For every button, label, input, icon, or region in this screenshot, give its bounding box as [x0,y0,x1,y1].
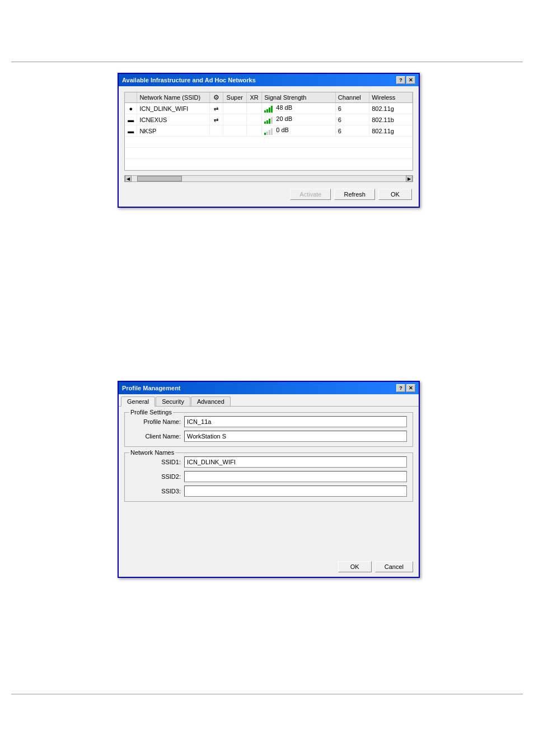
network-table-container: Network Name (SSID) ⚙ Super XR Signal St… [124,92,413,171]
row3-lock [209,125,223,137]
table-row-empty [125,148,413,159]
ssid1-row: SSID1: [130,456,407,468]
table-row-empty [125,159,413,170]
profile-form: Profile Settings Profile Name: Client Na… [119,407,419,558]
row1-super [223,103,246,114]
signal-bar-icon [264,127,273,135]
network-names-legend: Network Names [129,449,175,456]
hr-bottom [11,694,523,694]
th-lock: ⚙ [209,92,223,103]
refresh-button[interactable]: Refresh [334,189,375,200]
profile-close-button[interactable]: ✕ [406,384,415,392]
row1-ssid: ICN_DLINK_WIFI [137,103,209,114]
row2-xr [246,114,261,125]
row3-icon: ▬ [125,125,137,137]
profile-name-row: Profile Name: [130,416,407,427]
row2-lock: ⇄ [209,114,223,125]
th-signal: Signal Strength [262,92,336,103]
ssid1-input[interactable] [184,456,407,468]
laptop-icon: ▬ [128,116,134,123]
dialog-networks-titlebar: Available Infrastructure and Ad Hoc Netw… [119,74,419,86]
ssid3-label: SSID3: [130,488,181,494]
dialog-networks-title: Available Infrastructure and Ad Hoc Netw… [122,77,256,83]
row2-ssid: ICNEXUS [137,114,209,125]
tab-security[interactable]: Security [156,396,190,406]
row2-wireless: 802.11b [369,114,413,125]
profile-help-button[interactable]: ? [396,384,405,392]
ssid1-label: SSID1: [130,459,181,465]
row2-icon: ▬ [125,114,137,125]
table-header-row: Network Name (SSID) ⚙ Super XR Signal St… [125,92,413,103]
dialog-networks-body: Network Name (SSID) ⚙ Super XR Signal St… [119,86,419,207]
row3-channel: 6 [335,125,369,137]
scrollbar-right-arrow[interactable]: ▶ [406,175,413,182]
row2-channel: 6 [335,114,369,125]
row3-signal: 0 dB [262,125,336,137]
row2-super [223,114,246,125]
row1-icon: ● [125,103,137,114]
dialog-profile: Profile Management ? ✕ General Security … [118,381,420,578]
th-icon [125,92,137,103]
tabs-bar: General Security Advanced [119,394,419,407]
network-table: Network Name (SSID) ⚙ Super XR Signal St… [125,92,413,170]
scrollbar-thumb[interactable] [137,176,182,181]
signal-bar-icon [264,105,273,113]
table-body: ● ICN_DLINK_WIFI ⇄ [125,103,413,170]
wireless-icon: ● [129,105,133,112]
network-names-fieldset: Network Names SSID1: SSID2: SSID3: [124,452,413,502]
ssid2-label: SSID2: [130,473,181,480]
help-button[interactable]: ? [396,76,405,84]
profile-settings-fieldset: Profile Settings Profile Name: Client Na… [124,412,413,447]
dialog-profile-title: Profile Management [122,385,181,391]
table-row[interactable]: ● ICN_DLINK_WIFI ⇄ [125,103,413,114]
connection-icon: ⇄ [214,117,218,123]
row2-signal: 20 dB [262,114,336,125]
row1-signal: 48 dB [262,103,336,114]
profile-settings-legend: Profile Settings [129,409,173,416]
profile-name-label: Profile Name: [130,418,181,425]
dialog-networks: Available Infrastructure and Ad Hoc Netw… [118,73,420,208]
tab-advanced[interactable]: Advanced [191,396,231,406]
th-wireless: Wireless [369,92,413,103]
dialog1-buttons: Activate Refresh OK [124,186,413,201]
horizontal-scrollbar[interactable]: ◀ ▶ [124,175,413,182]
row3-xr [246,125,261,137]
ssid2-input[interactable] [184,471,407,482]
client-name-label: Client Name: [130,433,181,440]
table-row[interactable]: ▬ NKSP [125,125,413,137]
profile-titlebar-controls: ? ✕ [396,384,415,392]
form-spacer [124,507,413,552]
row1-lock: ⇄ [209,103,223,114]
activate-button[interactable]: Activate [290,189,331,200]
table-row[interactable]: ▬ ICNEXUS ⇄ [125,114,413,125]
client-name-input[interactable] [184,431,407,442]
page-wrapper: Available Infrastructure and Ad Hoc Netw… [0,0,534,756]
ssid2-row: SSID2: [130,471,407,482]
close-button[interactable]: ✕ [406,76,415,84]
row1-wireless: 802.11g [369,103,413,114]
connection-icon: ⇄ [214,106,218,112]
gear-icon: ⚙ [213,94,219,101]
profile-ok-button[interactable]: OK [338,561,372,572]
ok-button[interactable]: OK [378,189,412,200]
th-xr: XR [246,92,261,103]
ssid3-input[interactable] [184,486,407,497]
profile-name-input[interactable] [184,416,407,427]
row3-wireless: 802.11g [369,125,413,137]
th-super: Super [223,92,246,103]
table-row-empty [125,137,413,148]
profile-cancel-button[interactable]: Cancel [375,561,413,572]
profile-buttons: OK Cancel [119,558,419,577]
ssid3-row: SSID3: [130,486,407,497]
client-name-row: Client Name: [130,431,407,442]
th-ssid: Network Name (SSID) [137,92,209,103]
hr-top [11,62,523,62]
laptop-icon: ▬ [128,128,134,134]
dialog-profile-titlebar: Profile Management ? ✕ [119,382,419,394]
signal-bar-icon [264,116,273,124]
row1-channel: 6 [335,103,369,114]
titlebar-controls: ? ✕ [396,76,415,84]
row1-xr [246,103,261,114]
tab-general[interactable]: General [121,396,155,407]
scrollbar-left-arrow[interactable]: ◀ [125,175,132,182]
